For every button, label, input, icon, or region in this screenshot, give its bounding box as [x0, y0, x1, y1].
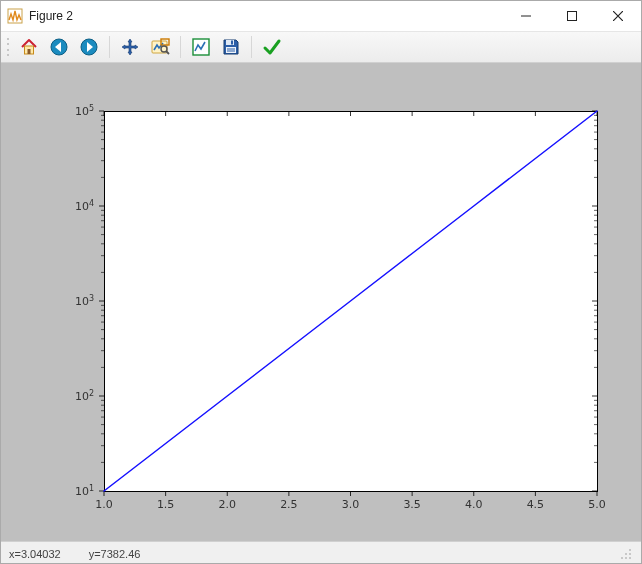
svg-rect-14: [226, 47, 236, 53]
maximize-button[interactable]: [549, 1, 595, 31]
zoom-button[interactable]: [146, 33, 174, 61]
svg-point-129: [629, 557, 631, 559]
back-icon: [49, 37, 69, 57]
close-button[interactable]: [595, 1, 641, 31]
subplots-icon: [191, 37, 211, 57]
svg-text:102: 102: [75, 389, 94, 404]
minimize-button[interactable]: [503, 1, 549, 31]
svg-text:2.5: 2.5: [280, 498, 298, 511]
save-button[interactable]: [217, 33, 245, 61]
svg-point-126: [629, 553, 631, 555]
svg-point-125: [625, 553, 627, 555]
options-icon: [262, 37, 282, 57]
svg-text:1.0: 1.0: [95, 498, 113, 511]
svg-text:2.0: 2.0: [219, 498, 237, 511]
svg-rect-11: [193, 39, 209, 55]
save-icon: [221, 37, 241, 57]
home-button[interactable]: [15, 33, 43, 61]
svg-rect-2: [568, 12, 577, 21]
svg-point-127: [621, 557, 623, 559]
pan-icon: [120, 37, 140, 57]
svg-text:104: 104: [75, 199, 94, 214]
zoom-icon: [150, 37, 170, 57]
svg-line-10: [166, 51, 169, 54]
svg-text:3.5: 3.5: [403, 498, 421, 511]
toolbar: [1, 32, 641, 63]
status-x: x=3.04032: [9, 548, 61, 560]
back-button[interactable]: [45, 33, 73, 61]
size-grip[interactable]: [619, 547, 633, 561]
options-button[interactable]: [258, 33, 286, 61]
svg-text:3.0: 3.0: [342, 498, 360, 511]
svg-text:101: 101: [75, 484, 94, 499]
svg-text:1.5: 1.5: [157, 498, 175, 511]
forward-button[interactable]: [75, 33, 103, 61]
statusbar: x=3.04032 y=7382.46: [1, 541, 641, 564]
forward-icon: [79, 37, 99, 57]
window-title: Figure 2: [29, 9, 73, 23]
svg-text:105: 105: [75, 104, 94, 119]
toolbar-separator: [251, 36, 252, 58]
subplots-button[interactable]: [187, 33, 215, 61]
figure-canvas[interactable]: 1.01.52.02.53.03.54.04.55.01011021031041…: [1, 63, 641, 541]
svg-text:4.5: 4.5: [527, 498, 545, 511]
svg-point-124: [629, 549, 631, 551]
svg-point-128: [625, 557, 627, 559]
toolbar-separator: [180, 36, 181, 58]
svg-text:5.0: 5.0: [588, 498, 606, 511]
status-y: y=7382.46: [89, 548, 141, 560]
home-icon: [19, 37, 39, 57]
svg-rect-4: [28, 49, 31, 54]
app-icon: [7, 8, 23, 24]
svg-rect-13: [231, 41, 233, 45]
titlebar: Figure 2: [1, 1, 641, 32]
pan-button[interactable]: [116, 33, 144, 61]
svg-text:4.0: 4.0: [465, 498, 483, 511]
svg-text:103: 103: [75, 294, 94, 309]
toolbar-separator: [109, 36, 110, 58]
toolbar-grip: [5, 36, 11, 58]
chart-plot: 1.01.52.02.53.03.54.04.55.01011021031041…: [1, 63, 641, 541]
